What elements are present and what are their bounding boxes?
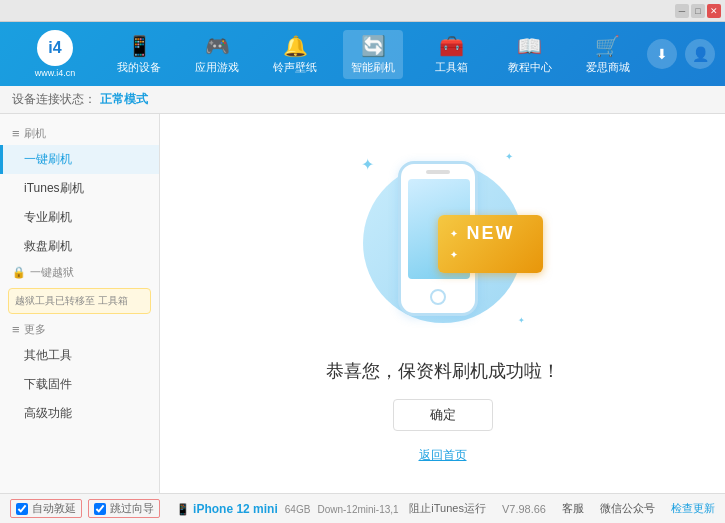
device-storage: 64GB (285, 504, 311, 515)
main-layout: ≡ 刷机 一键刷机 iTunes刷机 专业刷机 救盘刷机 🔒 一键越狱 越狱工具… (0, 114, 725, 493)
section-flash-label: 刷机 (24, 126, 46, 141)
new-badge-text: NEW (467, 223, 515, 243)
title-bar: ─ □ ✕ (0, 0, 725, 22)
star1-icon: ✦ (361, 155, 374, 174)
customer-service-link[interactable]: 客服 (562, 501, 584, 516)
nav-toolbox-icon: 🧰 (439, 34, 464, 58)
device-version: Down-12mini-13,1 (317, 504, 398, 515)
nav-smart-flash[interactable]: 🔄 智能刷机 (343, 30, 403, 79)
other-tools-label: 其他工具 (24, 348, 72, 362)
footer: 自动敦延 跳过向导 📱 iPhone 12 mini 64GB Down-12m… (0, 493, 725, 523)
nav-bar: 📱 我的设备 🎮 应用游戏 🔔 铃声壁纸 🔄 智能刷机 🧰 工具箱 📖 教程中心… (100, 30, 647, 79)
lock-icon: 🔒 (12, 266, 26, 279)
nav-tutorial-icon: 📖 (517, 34, 542, 58)
star3-icon: ✦ (518, 316, 525, 325)
close-button[interactable]: ✕ (707, 4, 721, 18)
warning-text: 越狱工具已转移至 工具箱 (15, 295, 128, 306)
skip-wizard-label: 跳过向导 (110, 501, 154, 516)
logo-area[interactable]: i4 www.i4.cn (10, 30, 100, 78)
section-more-icon: ≡ (12, 322, 20, 337)
sidebar-item-pro-flash[interactable]: 专业刷机 (0, 203, 159, 232)
nav-flash-label: 智能刷机 (351, 60, 395, 75)
sidebar-jailbreak-section: 🔒 一键越狱 (0, 261, 159, 284)
nav-ringtone-label: 铃声壁纸 (273, 60, 317, 75)
section-flash-icon: ≡ (12, 126, 20, 141)
nav-store[interactable]: 🛒 爱思商城 (578, 30, 638, 79)
phone-home-btn (430, 289, 446, 305)
status-value: 正常模式 (100, 91, 148, 108)
section-more-label: 更多 (24, 322, 46, 337)
sidebar-item-onekey-flash[interactable]: 一键刷机 (0, 145, 159, 174)
device-info: 📱 iPhone 12 mini 64GB Down-12mini-13,1 (176, 502, 399, 516)
download-button[interactable]: ⬇ (647, 39, 677, 69)
header: i4 www.i4.cn 📱 我的设备 🎮 应用游戏 🔔 铃声壁纸 🔄 智能刷机… (0, 22, 725, 86)
confirm-label: 确定 (430, 406, 456, 424)
rescue-flash-label: 救盘刷机 (24, 239, 72, 253)
star2-icon: ✦ (505, 151, 513, 162)
nav-store-label: 爱思商城 (586, 60, 630, 75)
auto-delay-area: 自动敦延 (10, 499, 82, 518)
nav-device-icon: 📱 (127, 34, 152, 58)
sidebar-item-download-firmware[interactable]: 下载固件 (0, 370, 159, 399)
nav-device-label: 我的设备 (117, 60, 161, 75)
version-label: V7.98.66 (502, 503, 546, 515)
auto-delay-checkbox[interactable] (16, 503, 28, 515)
logo-sub-text: www.i4.cn (35, 68, 76, 78)
sidebar-item-advanced[interactable]: 高级功能 (0, 399, 159, 428)
nav-toolbox-label: 工具箱 (435, 60, 468, 75)
check-update-button[interactable]: 检查更新 (671, 501, 715, 516)
advanced-label: 高级功能 (24, 406, 72, 420)
minimize-button[interactable]: ─ (675, 4, 689, 18)
nav-my-device[interactable]: 📱 我的设备 (109, 30, 169, 79)
go-home-link[interactable]: 返回首页 (419, 447, 467, 464)
sidebar: ≡ 刷机 一键刷机 iTunes刷机 专业刷机 救盘刷机 🔒 一键越狱 越狱工具… (0, 114, 160, 493)
sidebar-item-itunes-flash[interactable]: iTunes刷机 (0, 174, 159, 203)
content-area: ✦ ✦ ✦ ✦ NEW ✦ 恭喜您，保资 (160, 114, 725, 493)
nav-apps-label: 应用游戏 (195, 60, 239, 75)
success-message: 恭喜您，保资料刷机成功啦！ (326, 359, 560, 383)
logo-icon: i4 (37, 30, 73, 66)
onekey-flash-label: 一键刷机 (24, 152, 72, 166)
sidebar-warning-box: 越狱工具已转移至 工具箱 (8, 288, 151, 314)
illustration-container: ✦ ✦ ✦ ✦ NEW ✦ (343, 143, 543, 343)
skip-wizard-checkbox[interactable] (94, 503, 106, 515)
footer-left: 自动敦延 跳过向导 📱 iPhone 12 mini 64GB Down-12m… (10, 499, 399, 518)
nav-flash-icon: 🔄 (361, 34, 386, 58)
itunes-flash-label: iTunes刷机 (24, 181, 84, 195)
nav-tutorial[interactable]: 📖 教程中心 (500, 30, 560, 79)
jailbreak-label: 一键越狱 (30, 265, 74, 280)
restore-button[interactable]: □ (691, 4, 705, 18)
status-label: 设备连接状态： (12, 91, 96, 108)
wechat-public-link[interactable]: 微信公众号 (600, 501, 655, 516)
device-name: iPhone 12 mini (193, 502, 278, 516)
success-area: ✦ ✦ ✦ ✦ NEW ✦ 恭喜您，保资 (326, 143, 560, 464)
nav-toolbox[interactable]: 🧰 工具箱 (422, 30, 482, 79)
auto-delay-label: 自动敦延 (32, 501, 76, 516)
sidebar-item-other-tools[interactable]: 其他工具 (0, 341, 159, 370)
nav-ringtone[interactable]: 🔔 铃声壁纸 (265, 30, 325, 79)
footer-right: 阻止iTunes运行 V7.98.66 客服 微信公众号 检查更新 (409, 501, 715, 516)
skip-wizard-area: 跳过向导 (88, 499, 160, 518)
new-badge: ✦ NEW ✦ (438, 215, 543, 273)
nav-ringtone-icon: 🔔 (283, 34, 308, 58)
sidebar-item-rescue-flash[interactable]: 救盘刷机 (0, 232, 159, 261)
user-button[interactable]: 👤 (685, 39, 715, 69)
sidebar-section-flash: ≡ 刷机 (0, 122, 159, 145)
confirm-button[interactable]: 确定 (393, 399, 493, 431)
header-right: ⬇ 👤 (647, 39, 715, 69)
download-firmware-label: 下载固件 (24, 377, 72, 391)
pro-flash-label: 专业刷机 (24, 210, 72, 224)
stop-itunes-button[interactable]: 阻止iTunes运行 (409, 501, 486, 516)
nav-apps-icon: 🎮 (205, 34, 230, 58)
status-bar: 设备连接状态： 正常模式 (0, 86, 725, 114)
sidebar-section-more: ≡ 更多 (0, 318, 159, 341)
nav-tutorial-label: 教程中心 (508, 60, 552, 75)
phone-speaker (426, 170, 450, 174)
nav-apps-games[interactable]: 🎮 应用游戏 (187, 30, 247, 79)
nav-store-icon: 🛒 (595, 34, 620, 58)
